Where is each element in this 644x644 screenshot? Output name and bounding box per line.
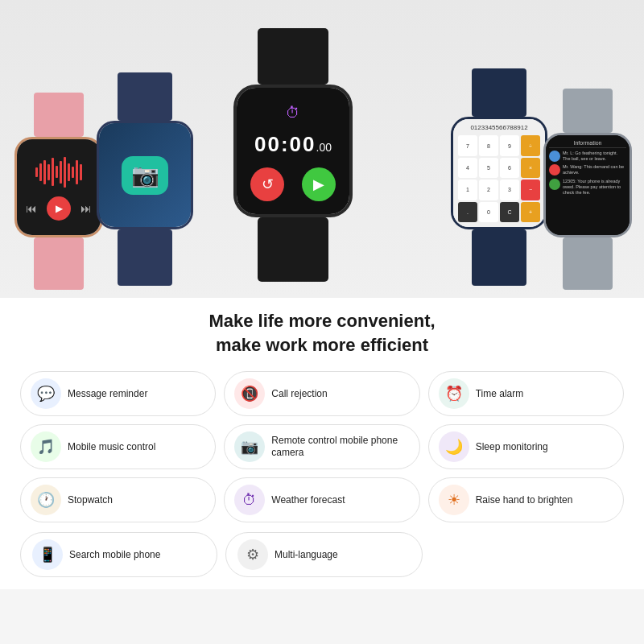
watches-row: ⏮ ▶ ⏭ 📷 <box>0 0 644 298</box>
headline-section: Make life more convenient, make work mor… <box>0 298 644 365</box>
watch-messages: Information Mr. L: Go feathering tonight… <box>543 89 632 290</box>
sleep-icon: 🌙 <box>439 431 469 462</box>
feature-label-raise: Raise hand to brighten <box>476 494 573 507</box>
remote-camera-icon: 📷 <box>234 431 265 462</box>
feature-remote-camera: 📷 Remote control mobile phone camera <box>224 424 419 469</box>
phone-search-icon: 📱 <box>32 539 63 570</box>
stopwatch-display: 00:00 <box>254 132 316 157</box>
feature-mobile-music: 🎵 Mobile music control <box>20 424 216 469</box>
feature-label-call: Call rejection <box>271 388 327 401</box>
weather-icon: ⏱ <box>234 485 265 515</box>
music-icon: 🎵 <box>31 431 61 462</box>
watch-music: ⏮ ▶ ⏭ <box>14 93 103 290</box>
brightness-icon: ☀ <box>439 485 469 515</box>
stopwatch-icon: 🕐 <box>31 485 61 515</box>
feature-stopwatch: 🕐 Stopwatch <box>20 477 216 522</box>
feature-label-music: Mobile music control <box>68 441 155 454</box>
call-icon: 📵 <box>234 378 265 409</box>
feature-label-search: Search mobile phone <box>69 549 160 562</box>
feature-raise-hand: ☀ Raise hand to brighten <box>428 477 624 522</box>
feature-label-alarm: Time alarm <box>476 388 524 401</box>
feature-label-stopwatch: Stopwatch <box>68 494 113 507</box>
watch-showcase: ⏮ ▶ ⏭ 📷 <box>0 0 644 298</box>
feature-time-alarm: ⏰ Time alarm <box>428 371 624 416</box>
feature-label-message: Message reminder <box>68 388 147 401</box>
watch-stopwatch: ⏱ 00:00 .00 ↺ ▶ <box>233 28 353 282</box>
alarm-icon: ⏰ <box>439 378 469 409</box>
watch-calculator: 0123345566788912 789÷ 456× 123− .0C+ <box>451 68 547 286</box>
watch-camera: 📷 <box>97 72 193 286</box>
feature-label-weather: Weather forecast <box>271 494 345 507</box>
feature-label-language: Multi-language <box>275 549 338 562</box>
message-icon: 💬 <box>31 378 61 409</box>
headline-line1: Make life more convenient, <box>208 311 435 331</box>
feature-label-camera: Remote control mobile phone camera <box>271 435 409 460</box>
language-icon: ⚙ <box>237 539 268 570</box>
headline-line2: make work more efficient <box>216 335 428 355</box>
feature-call-rejection: 📵 Call rejection <box>224 371 419 416</box>
feature-message-reminder: 💬 Message reminder <box>20 371 216 416</box>
feature-multi-language: ⚙ Multi-language <box>225 532 423 577</box>
features-bottom-row: 📱 Search mobile phone ⚙ Multi-language <box>0 532 644 589</box>
stopwatch-ms: .00 <box>316 141 332 154</box>
headline-text: Make life more convenient, make work mor… <box>16 309 628 357</box>
feature-search-phone: 📱 Search mobile phone <box>20 532 217 577</box>
feature-label-sleep: Sleep monitoring <box>476 441 548 454</box>
feature-weather: ⏱ Weather forecast <box>224 477 419 522</box>
feature-sleep-monitoring: 🌙 Sleep monitoring <box>428 424 624 469</box>
features-grid: 💬 Message reminder 📵 Call rejection ⏰ Ti… <box>0 365 644 532</box>
